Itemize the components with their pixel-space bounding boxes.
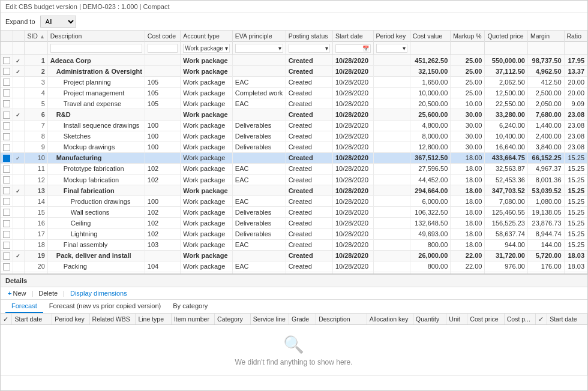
- row-account-type: Work package: [181, 228, 233, 239]
- row-check[interactable]: [1, 250, 13, 261]
- row-quoted-price: 16,640.00: [485, 142, 528, 152]
- filter-start-date[interactable]: 📅: [335, 44, 371, 53]
- row-cost-value: 294,664.00: [410, 185, 451, 196]
- checkbox[interactable]: [3, 155, 10, 162]
- table-row[interactable]: ✓6R&DWork packageCreated10/28/202025,600…: [1, 109, 587, 120]
- row-period-key: [373, 109, 410, 120]
- row-account-type: Work package: [181, 142, 233, 152]
- table-row[interactable]: 12Mockup fabrication102Work packageEACCr…: [1, 175, 587, 185]
- row-period-key: [373, 175, 410, 185]
- row-markup: 25.00: [451, 77, 485, 88]
- tab-forecast[interactable]: Forecast: [5, 300, 43, 313]
- main-table-area[interactable]: SID ▲ Description Cost code Account type…: [1, 31, 587, 273]
- row-check[interactable]: [1, 142, 13, 152]
- table-row[interactable]: 20Packing104Work packageEACCreated10/28/…: [1, 261, 587, 272]
- table-row[interactable]: 15Wall sections102Work packageDeliverabl…: [1, 207, 587, 218]
- row-check[interactable]: [1, 228, 13, 239]
- row-posting-status: Created: [286, 77, 332, 88]
- table-row[interactable]: 7Install sequence drawings100Work packag…: [1, 120, 587, 131]
- table-row[interactable]: 9Mockup drawings100Work packageDeliverab…: [1, 142, 587, 152]
- row-number: 10: [25, 152, 47, 163]
- row-margin: 4,967.37: [527, 163, 564, 174]
- checkbox[interactable]: [3, 112, 10, 119]
- row-check[interactable]: [1, 66, 13, 77]
- table-row[interactable]: 4Project management105Work packageComple…: [1, 88, 587, 98]
- filter-cost-code[interactable]: [148, 44, 178, 53]
- checkbox[interactable]: [3, 187, 10, 194]
- row-ratio: 9.09: [564, 98, 587, 109]
- checkbox[interactable]: [3, 57, 10, 64]
- row-check[interactable]: [1, 163, 13, 174]
- row-period-key: [373, 163, 410, 174]
- row-check[interactable]: [1, 55, 13, 66]
- tab-by-category[interactable]: By category: [167, 300, 214, 313]
- table-row[interactable]: 8Sketches100Work packageDeliverablesCrea…: [1, 131, 587, 142]
- row-quoted-price: 12,500.00: [485, 88, 528, 98]
- display-dimensions-button[interactable]: Display dimensions: [68, 289, 130, 297]
- tab-forecast-comparison[interactable]: Forecast (new vs prior copied version): [43, 300, 167, 313]
- new-button[interactable]: + New: [5, 289, 28, 297]
- checkbox[interactable]: [3, 100, 10, 107]
- filter-description[interactable]: [50, 44, 142, 53]
- details-table-area[interactable]: ✓ Start date Period key Related WBS Line…: [1, 314, 587, 390]
- row-start-date: 10/28/2020: [332, 98, 373, 109]
- row-markup: 18.00: [451, 218, 485, 228]
- row-check[interactable]: [1, 196, 13, 207]
- checkbox[interactable]: [3, 263, 10, 270]
- row-markup: 18.00: [451, 185, 485, 196]
- checkbox[interactable]: [3, 220, 10, 227]
- row-check[interactable]: [1, 218, 13, 228]
- dcol-grade: Grade: [289, 314, 316, 325]
- table-row[interactable]: 17Lightning102Work packageDeliverablesCr…: [1, 228, 587, 239]
- row-check[interactable]: [1, 109, 13, 120]
- filter-eva[interactable]: ▾: [235, 44, 283, 53]
- checkbox[interactable]: [3, 176, 10, 184]
- checkbox[interactable]: [3, 133, 10, 140]
- checkbox[interactable]: [3, 68, 10, 75]
- table-row[interactable]: 11Prototype fabrication102Work packageEA…: [1, 163, 587, 174]
- table-row[interactable]: ✓10ManufacturingWork packageCreated10/28…: [1, 152, 587, 163]
- checkbox[interactable]: [3, 122, 10, 130]
- checkbox[interactable]: [3, 231, 10, 238]
- row-check[interactable]: [1, 98, 13, 109]
- row-ratio: 15.25: [564, 239, 587, 250]
- checkbox[interactable]: [3, 198, 10, 205]
- row-check[interactable]: [1, 131, 13, 142]
- row-markup: 18.00: [451, 175, 485, 185]
- row-check[interactable]: [1, 175, 13, 185]
- table-row[interactable]: ✓2Administration & OversightWork package…: [1, 66, 587, 77]
- table-row[interactable]: 5Travel and expense105Work packageEACCre…: [1, 98, 587, 109]
- checkbox[interactable]: [3, 252, 10, 260]
- row-check[interactable]: [1, 152, 13, 163]
- row-check[interactable]: [1, 261, 13, 272]
- delete-button[interactable]: Delete: [36, 289, 60, 297]
- table-row[interactable]: 16Ceiling102Work packageDeliverablesCrea…: [1, 218, 587, 228]
- row-check[interactable]: [1, 88, 13, 98]
- row-mark: ✓: [13, 185, 25, 196]
- table-row[interactable]: ✓1Adeaca CorpWork packageCreated10/28/20…: [1, 55, 587, 66]
- table-row[interactable]: ✓19Pack, deliver and installWork package…: [1, 250, 587, 261]
- checkbox[interactable]: [3, 166, 10, 173]
- row-check[interactable]: [1, 185, 13, 196]
- filter-account-type[interactable]: Work package ▾: [183, 44, 230, 53]
- checkbox[interactable]: [3, 144, 10, 151]
- row-check[interactable]: [1, 239, 13, 250]
- checkbox[interactable]: [3, 209, 10, 216]
- table-row[interactable]: 14Production drawings100Work packageEACC…: [1, 196, 587, 207]
- expand-select[interactable]: All 1 2 3: [40, 16, 76, 28]
- table-row[interactable]: 18Final assembly103Work packageEACCreate…: [1, 239, 587, 250]
- row-check[interactable]: [1, 207, 13, 218]
- row-check[interactable]: [1, 77, 13, 88]
- checkbox[interactable]: [3, 89, 10, 97]
- row-check[interactable]: [1, 120, 13, 131]
- row-eva: [232, 55, 286, 66]
- row-number: 20: [25, 261, 47, 272]
- filter-period-key[interactable]: ▾: [376, 44, 407, 53]
- table-row[interactable]: 3Project planning105Work packageEACCreat…: [1, 77, 587, 88]
- checkbox[interactable]: [3, 242, 10, 249]
- checkbox[interactable]: [3, 79, 10, 86]
- row-eva: EAC: [232, 163, 286, 174]
- app-title: Edit CBS budget version | DEMO-023 : 1.0…: [5, 3, 170, 10]
- filter-posting[interactable]: ▾: [289, 44, 330, 53]
- table-row[interactable]: ✓13Final fabricationWork packageCreated1…: [1, 185, 587, 196]
